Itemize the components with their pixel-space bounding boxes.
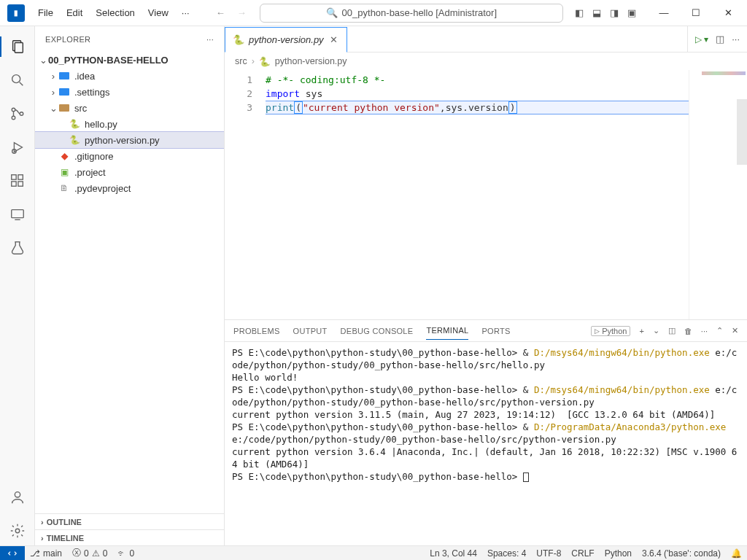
- kill-terminal-icon[interactable]: 🗑: [684, 327, 692, 335]
- activity-remote-icon[interactable]: [0, 200, 35, 229]
- status-encoding[interactable]: UTF-8: [531, 548, 566, 559]
- terminal-body[interactable]: PS E:\code\python\python-study\00_python…: [225, 342, 747, 545]
- terminal-text: D:/msys64/mingw64/bin/python.exe: [534, 347, 710, 358]
- run-button-icon[interactable]: ▷ ▾: [695, 34, 708, 44]
- tree-folder-src[interactable]: ⌄ src: [35, 100, 224, 116]
- activity-settings-icon[interactable]: [0, 516, 35, 545]
- breadcrumb[interactable]: src › 🐍 python-version.py: [225, 52, 747, 70]
- terminal-profile-button[interactable]: ▷Python: [591, 326, 630, 336]
- minimap[interactable]: [689, 70, 747, 319]
- tree-folder-idea[interactable]: › .idea: [35, 68, 224, 84]
- panel-tab-problems[interactable]: PROBLEMS: [233, 322, 280, 340]
- line-gutter: 1 2 3: [225, 70, 263, 319]
- tab-close-icon[interactable]: ✕: [328, 34, 339, 45]
- panel-more-icon[interactable]: ···: [701, 327, 708, 335]
- panel-tab-ports[interactable]: PORTS: [481, 322, 510, 340]
- tree-label: .settings: [74, 87, 109, 98]
- tree-file-pydevproject[interactable]: 🗎 .pydevproject: [35, 180, 224, 196]
- split-editor-icon[interactable]: ◫: [716, 34, 724, 44]
- panel-tab-output[interactable]: OUTPUT: [293, 322, 328, 340]
- tree-file-project[interactable]: ▣ .project: [35, 164, 224, 180]
- activity-testing-icon[interactable]: [0, 233, 35, 262]
- layout-customize-icon[interactable]: ▣: [626, 6, 638, 20]
- menu-edit[interactable]: Edit: [61, 4, 88, 21]
- tree-file-hello[interactable]: 🐍 hello.py: [35, 116, 224, 132]
- breadcrumb-item[interactable]: python-version.py: [275, 56, 347, 66]
- tree-label: hello.py: [85, 119, 117, 130]
- command-center[interactable]: 🔍 00_python-base-hello [Administrator]: [260, 4, 563, 23]
- file-icon: 🗎: [58, 182, 70, 194]
- nav-arrows: ← →: [213, 6, 249, 20]
- activity-explorer-icon[interactable]: [0, 32, 35, 61]
- layout-panel-icon[interactable]: ⬓: [591, 6, 603, 20]
- status-notifications-icon[interactable]: 🔔: [726, 548, 747, 559]
- status-eol[interactable]: CRLF: [566, 548, 599, 559]
- menu-selection[interactable]: Selection: [90, 4, 140, 21]
- editor-tab-python-version[interactable]: 🐍 python-version.py ✕: [225, 27, 347, 52]
- status-error-count: 0: [84, 548, 89, 559]
- new-terminal-icon[interactable]: +: [639, 327, 643, 335]
- tree-folder-settings[interactable]: › .settings: [35, 84, 224, 100]
- tree-label: .idea: [74, 71, 95, 82]
- activity-scm-icon[interactable]: [0, 99, 35, 128]
- status-ports[interactable]: ᯤ0: [112, 548, 139, 559]
- activity-extensions-icon[interactable]: [0, 166, 35, 195]
- code-token: # -*- coding:utf-8 *-: [266, 74, 385, 85]
- status-language[interactable]: Python: [600, 548, 637, 559]
- panel-tab-debug-console[interactable]: DEBUG CONSOLE: [341, 322, 414, 340]
- code-content[interactable]: # -*- coding:utf-8 *-import sysprint("cu…: [263, 70, 689, 319]
- minimap-content: [702, 71, 746, 75]
- timeline-section[interactable]: ›TIMELINE: [35, 529, 224, 545]
- terminal-text: PS E:\code\python\python-study\00_python…: [232, 471, 523, 482]
- activity-bar: [0, 26, 35, 545]
- activity-search-icon[interactable]: [0, 66, 35, 95]
- menu-file[interactable]: File: [32, 4, 59, 21]
- minimap-viewport[interactable]: [737, 99, 747, 165]
- status-interpreter[interactable]: 3.6.4 ('base': conda): [637, 548, 726, 559]
- code-token: import: [266, 88, 300, 99]
- tree-label: .gitignore: [74, 151, 113, 162]
- minimize-icon[interactable]: —: [648, 0, 680, 26]
- search-icon: 🔍: [326, 7, 338, 18]
- menu-view[interactable]: View: [142, 4, 174, 21]
- status-cursor-position[interactable]: Ln 3, Col 44: [425, 548, 482, 559]
- menu-more[interactable]: ···: [176, 4, 196, 21]
- branch-icon: ⎇: [30, 548, 40, 559]
- activity-debug-icon[interactable]: [0, 133, 35, 162]
- status-branch[interactable]: ⎇main: [25, 548, 67, 559]
- remote-button[interactable]: [0, 546, 25, 561]
- tree-root[interactable]: ⌄ 00_PYTHON-BASE-HELLO: [35, 52, 224, 68]
- chevron-right-icon: ›: [48, 71, 58, 82]
- line-number: 2: [225, 87, 252, 101]
- chevron-right-icon: ›: [252, 56, 255, 66]
- terminal-text: PS E:\code\python\python-study\00_python…: [232, 347, 534, 358]
- terminal-dropdown-icon[interactable]: ⌄: [653, 326, 659, 335]
- nav-back-icon[interactable]: ←: [213, 6, 228, 20]
- status-problems[interactable]: ⓧ0⚠0: [67, 547, 112, 559]
- status-warning-count: 0: [103, 548, 108, 559]
- outline-section[interactable]: ›OUTLINE: [35, 513, 224, 529]
- maximize-icon[interactable]: ☐: [680, 0, 712, 26]
- panel-tabs: PROBLEMS OUTPUT DEBUG CONSOLE TERMINAL P…: [225, 320, 747, 342]
- activity-account-icon[interactable]: [0, 483, 35, 512]
- breadcrumb-item[interactable]: src: [235, 56, 247, 66]
- layout-sidebar-left-icon[interactable]: ◧: [573, 6, 585, 20]
- close-icon[interactable]: ✕: [712, 0, 744, 26]
- tree-file-python-version[interactable]: 🐍 python-version.py: [35, 132, 224, 148]
- nav-forward-icon[interactable]: →: [234, 6, 249, 20]
- panel-maximize-icon[interactable]: ⌃: [716, 326, 723, 335]
- svg-point-4: [12, 108, 15, 112]
- status-indentation[interactable]: Spaces: 4: [482, 548, 531, 559]
- split-terminal-icon[interactable]: ◫: [668, 326, 676, 335]
- code-editor[interactable]: 1 2 3 # -*- coding:utf-8 *-import syspri…: [225, 70, 747, 319]
- layout-sidebar-right-icon[interactable]: ◨: [608, 6, 620, 20]
- editor-more-icon[interactable]: ···: [732, 34, 740, 44]
- chevron-down-icon: ⌄: [48, 103, 58, 114]
- tree-file-gitignore[interactable]: ◆ .gitignore: [35, 148, 224, 164]
- code-token: print: [266, 102, 294, 113]
- explorer-more-icon[interactable]: ···: [206, 35, 214, 44]
- python-file-icon: 🐍: [259, 56, 271, 67]
- status-branch-label: main: [43, 548, 62, 559]
- panel-tab-terminal[interactable]: TERMINAL: [426, 322, 468, 340]
- panel-close-icon[interactable]: ✕: [732, 326, 738, 335]
